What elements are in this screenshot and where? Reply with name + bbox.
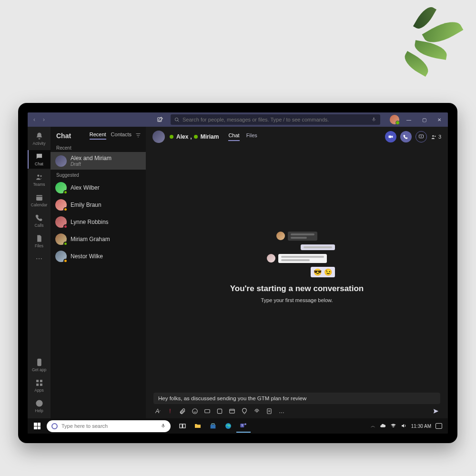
rail-calls[interactable]: Calls (28, 212, 51, 230)
chat-title: Alex, Miriam (170, 133, 219, 140)
tab-chat[interactable]: Chat (228, 132, 239, 141)
chat-row[interactable]: Alex Wilber (51, 179, 146, 196)
action-center-icon[interactable] (435, 423, 442, 429)
chat-actions: 3 (385, 131, 441, 142)
edge-icon[interactable] (221, 419, 235, 433)
tray-clock[interactable]: 11:30 AM (411, 424, 431, 429)
bulb-icon[interactable] (241, 408, 248, 415)
nav-back-icon[interactable]: ‹ (30, 116, 38, 123)
presence-icon (63, 259, 68, 263)
chat-tabs: Chat Files (228, 132, 257, 141)
tab-files[interactable]: Files (246, 132, 257, 141)
svg-rect-5 (36, 195, 42, 201)
sticker-icon[interactable] (216, 408, 223, 415)
tray-chevron-icon[interactable]: ︿ (371, 423, 375, 429)
chat-row-name: Alex and Miriam (71, 155, 111, 162)
chat-row[interactable]: Alex and Miriam Draft (51, 152, 146, 170)
attach-icon[interactable] (179, 408, 186, 415)
empty-state-sub: Type your first message below. (261, 297, 333, 303)
svg-rect-23 (180, 424, 182, 428)
rail-calendar[interactable]: Calendar (28, 191, 51, 210)
teams-app-icon[interactable]: T (236, 419, 251, 433)
empty-state-illustration: 😎😉 (259, 232, 335, 277)
task-view-icon[interactable] (175, 419, 190, 433)
rail-activity[interactable]: Activity (28, 130, 51, 148)
chat-row-name: Alex Wilber (71, 184, 100, 191)
start-button[interactable] (30, 419, 44, 433)
app-titlebar: ‹ › — ▢ ✕ (28, 112, 448, 127)
rail-label: Calls (35, 223, 44, 228)
rail-help[interactable]: Help (28, 397, 51, 415)
tray-volume-icon[interactable] (401, 423, 407, 430)
window-close-icon[interactable]: ✕ (434, 114, 445, 125)
rail-label: Files (35, 243, 43, 248)
chat-row[interactable]: Miriam Graham (51, 231, 146, 248)
svg-point-20 (256, 410, 258, 412)
svg-point-1 (175, 118, 178, 121)
window-maximize-icon[interactable]: ▢ (418, 114, 430, 125)
chat-row-sub: Draft (71, 162, 111, 167)
svg-rect-7 (36, 380, 39, 382)
compose-box[interactable]: Hey folks, as discussed sending you the … (153, 393, 440, 404)
rail-apps[interactable]: Apps (28, 376, 51, 395)
global-search-input[interactable] (182, 117, 368, 122)
chat-row-text: Alex and Miriam Draft (71, 155, 111, 167)
rail-label: Help (35, 408, 43, 413)
nav-forward-icon[interactable]: › (40, 116, 48, 123)
svg-point-4 (40, 175, 41, 177)
tab-recent[interactable]: Recent (90, 132, 106, 140)
empty-state-title: You're starting a new conversation (230, 284, 364, 294)
chat-row[interactable]: Nestor Wilke (51, 248, 146, 265)
send-button[interactable] (433, 408, 439, 415)
tray-cloud-icon[interactable] (380, 423, 386, 430)
rail-teams[interactable]: Teams (28, 171, 51, 189)
mic-icon[interactable] (371, 117, 376, 123)
taskbar-search[interactable] (47, 420, 171, 432)
nav-arrows: ‹ › (30, 116, 48, 123)
chat-list-header: Chat Recent Contacts (51, 127, 146, 142)
participant-name: Miriam (201, 133, 219, 140)
chat-row[interactable]: Emily Braun (51, 196, 146, 213)
chat-header: Alex, Miriam Chat Files 3 (146, 127, 448, 147)
chat-row[interactable]: Lynne Robbins (51, 213, 146, 231)
svg-point-15 (435, 135, 435, 136)
illus-emoji-row: 😎😉 (311, 267, 335, 277)
app-body: Activity Chat Teams Calendar Calls (28, 127, 448, 418)
window-controls: — ▢ ✕ (390, 114, 445, 125)
people-count[interactable]: 3 (431, 134, 441, 140)
svg-rect-8 (40, 380, 42, 382)
rail-chat[interactable]: Chat (28, 150, 51, 169)
svg-text:T: T (241, 424, 243, 427)
tray-wifi-icon[interactable] (390, 423, 396, 430)
rail-files[interactable]: Files (28, 232, 51, 251)
video-call-button[interactable] (385, 131, 396, 142)
gif-icon[interactable] (204, 408, 211, 415)
svg-rect-12 (388, 136, 391, 138)
rail-label: Apps (34, 388, 43, 393)
more-icon[interactable]: … (278, 408, 285, 415)
audio-call-button[interactable] (400, 131, 412, 142)
store-icon[interactable] (206, 419, 220, 433)
window-minimize-icon[interactable]: — (403, 114, 415, 125)
format-icon[interactable]: A∕ (154, 408, 161, 415)
rail-get-app[interactable]: Get app (28, 356, 51, 375)
compose-new-icon[interactable] (155, 115, 165, 124)
task-icon[interactable] (266, 408, 273, 415)
filter-icon[interactable] (135, 132, 141, 140)
file-explorer-icon[interactable] (191, 419, 205, 433)
current-user-avatar[interactable] (390, 115, 399, 124)
avatar (55, 251, 67, 262)
windows-logo-icon (34, 423, 41, 429)
rail-more-icon[interactable]: ⋯ (28, 253, 51, 265)
share-screen-button[interactable] (415, 131, 427, 142)
taskbar-search-input[interactable] (61, 423, 157, 429)
important-icon[interactable]: ! (167, 408, 173, 415)
rail-label: Chat (35, 162, 43, 166)
tab-contacts[interactable]: Contacts (111, 132, 132, 140)
taskbar-mic-icon[interactable] (161, 423, 166, 429)
emoji-icon[interactable] (192, 408, 198, 415)
chat-row-name: Nestor Wilke (71, 253, 103, 260)
meet-icon[interactable] (229, 408, 235, 415)
global-search[interactable] (171, 114, 380, 125)
stream-icon[interactable] (253, 408, 260, 415)
